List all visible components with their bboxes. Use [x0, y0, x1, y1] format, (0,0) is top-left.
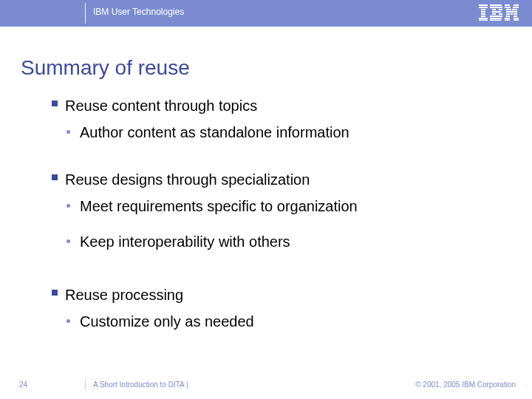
svg-rect-15 — [490, 16, 502, 17]
footer-divider — [85, 378, 86, 390]
svg-rect-30 — [505, 18, 510, 19]
svg-rect-24 — [506, 11, 517, 13]
dot-bullet-icon — [66, 239, 70, 243]
svg-rect-19 — [514, 4, 519, 6]
svg-rect-7 — [479, 20, 488, 21]
svg-rect-0 — [479, 4, 488, 6]
bullet-text: Keep interoperability with others — [80, 233, 290, 250]
svg-rect-5 — [481, 16, 485, 17]
svg-rect-26 — [511, 13, 513, 15]
bullet-reuse-processing: Reuse processing — [52, 285, 502, 304]
svg-rect-31 — [514, 18, 519, 19]
header-divider — [85, 3, 86, 24]
svg-rect-18 — [505, 4, 510, 6]
svg-rect-16 — [490, 18, 502, 19]
svg-rect-21 — [513, 7, 519, 8]
subbullet-customize: Customize only as needed — [52, 312, 502, 331]
bullet-text: Reuse processing — [65, 287, 183, 303]
svg-rect-17 — [490, 20, 501, 21]
bullet-text: Author content as standalone information — [80, 124, 349, 140]
square-bullet-icon — [52, 100, 58, 106]
square-bullet-icon — [52, 174, 58, 180]
svg-rect-22 — [506, 9, 511, 10]
subbullet-author-standalone: Author content as standalone information — [52, 123, 502, 142]
footer: 24 A Short Introduction to DITA | © 2001… — [0, 371, 532, 389]
bullet-text: Reuse designs through specialization — [65, 171, 310, 188]
svg-rect-4 — [481, 13, 485, 15]
svg-rect-12 — [492, 11, 501, 13]
slide-body: Reuse content through topics Author cont… — [52, 96, 502, 331]
slide-title: Summary of reuse — [21, 56, 190, 80]
subbullet-meet-requirements: Meet requirements specific to organizati… — [52, 197, 502, 216]
subbullet-interoperability: Keep interoperability with others — [52, 232, 502, 251]
svg-rect-23 — [512, 9, 517, 10]
square-bullet-icon — [52, 290, 58, 296]
svg-rect-9 — [490, 7, 502, 8]
svg-rect-25 — [506, 13, 510, 15]
page-number: 24 — [19, 381, 27, 389]
svg-rect-14 — [499, 13, 502, 15]
dot-bullet-icon — [66, 319, 70, 323]
slide: IBM User Technologies — [0, 0, 532, 399]
bullet-text: Reuse content through topics — [65, 98, 257, 114]
svg-rect-13 — [492, 13, 496, 15]
svg-rect-33 — [514, 20, 519, 21]
svg-rect-27 — [514, 13, 517, 15]
ibm-logo-icon — [479, 4, 519, 24]
dot-bullet-icon — [66, 130, 70, 134]
svg-rect-10 — [492, 9, 496, 10]
dot-bullet-icon — [66, 204, 70, 208]
footer-deck-title: A Short Introduction to DITA | — [93, 381, 188, 389]
bullet-text: Meet requirements specific to organizati… — [80, 198, 358, 214]
bullet-reuse-designs: Reuse designs through specialization — [52, 170, 502, 189]
svg-rect-11 — [499, 9, 502, 10]
svg-rect-8 — [490, 4, 502, 6]
svg-rect-1 — [479, 7, 488, 8]
footer-copyright: © 2001, 2005 IBM Corporation — [415, 381, 516, 389]
svg-rect-20 — [505, 7, 511, 8]
header-org-label: IBM User Technologies — [93, 7, 184, 17]
svg-rect-2 — [481, 9, 485, 10]
svg-rect-6 — [479, 18, 488, 19]
svg-rect-32 — [505, 20, 510, 21]
svg-rect-29 — [514, 16, 517, 17]
svg-rect-28 — [506, 16, 510, 17]
header-bar: IBM User Technologies — [0, 0, 532, 27]
bullet-text: Customize only as needed — [80, 313, 254, 330]
bullet-reuse-content: Reuse content through topics — [52, 96, 502, 115]
svg-rect-3 — [481, 11, 485, 13]
